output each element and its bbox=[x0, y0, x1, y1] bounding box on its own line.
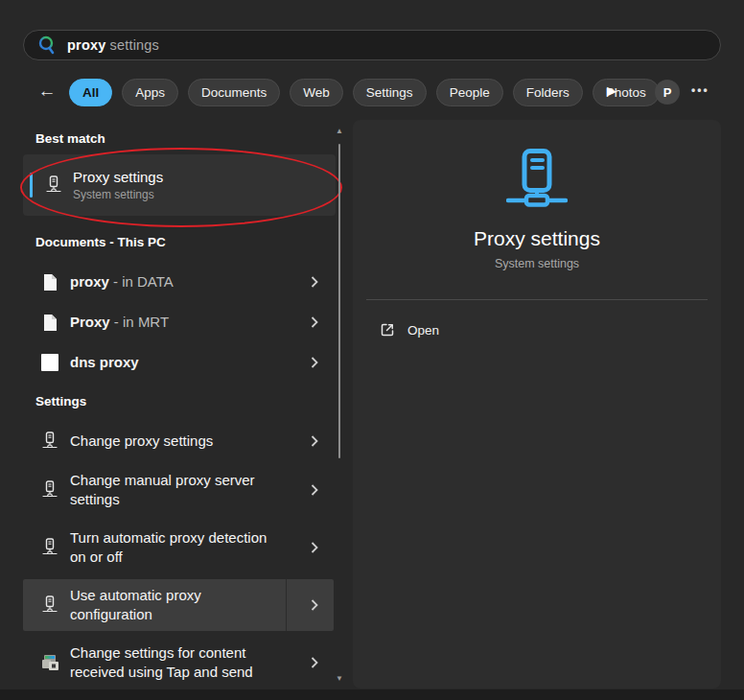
tab-web[interactable]: Web bbox=[290, 79, 343, 106]
preview-subtitle: System settings bbox=[353, 257, 721, 270]
window-bottom-edge bbox=[0, 689, 744, 700]
filter-tabs: All Apps Documents Web Settings People F… bbox=[69, 79, 660, 106]
avatar[interactable]: P bbox=[655, 80, 680, 105]
tab-documents[interactable]: Documents bbox=[188, 79, 280, 106]
tab-folders[interactable]: Folders bbox=[513, 79, 583, 106]
proxy-icon bbox=[40, 595, 59, 615]
tap-send-icon bbox=[40, 654, 59, 671]
selection-accent-bar bbox=[30, 173, 33, 198]
search-flyout-window: proxysettings ← All Apps Documents Web S… bbox=[0, 0, 744, 689]
result-change-manual-proxy[interactable]: Change manual proxy server settings bbox=[23, 464, 334, 516]
tab-photos[interactable]: Photos bbox=[593, 79, 660, 106]
proxy-icon bbox=[40, 432, 59, 451]
scroll-up-icon[interactable]: ▲ bbox=[336, 127, 343, 135]
tab-people[interactable]: People bbox=[436, 79, 503, 106]
result-use-auto-proxy-config[interactable]: Use automatic proxy configuration bbox=[23, 579, 334, 631]
chevron-right-icon[interactable] bbox=[311, 598, 318, 612]
white-file-icon bbox=[40, 353, 59, 372]
results-scrollbar[interactable]: ▲ ▼ bbox=[334, 125, 347, 687]
divider bbox=[366, 299, 708, 300]
open-action[interactable]: Open bbox=[353, 314, 721, 346]
tab-all[interactable]: All bbox=[69, 79, 112, 106]
search-input[interactable]: proxysettings bbox=[23, 30, 721, 60]
scroll-down-icon[interactable]: ▼ bbox=[336, 674, 343, 683]
tab-apps[interactable]: Apps bbox=[122, 79, 178, 106]
best-match-result[interactable]: Proxy settings System settings bbox=[23, 154, 336, 216]
tab-settings[interactable]: Settings bbox=[353, 79, 427, 106]
documents-header: Documents - This PC bbox=[35, 235, 166, 249]
back-arrow-icon[interactable]: ← bbox=[35, 79, 59, 104]
chevron-right-icon[interactable] bbox=[311, 356, 318, 369]
open-label: Open bbox=[407, 323, 439, 338]
open-external-icon bbox=[380, 322, 395, 338]
best-match-title: Proxy settings bbox=[73, 169, 163, 185]
preview-panel: Proxy settings System settings Open bbox=[353, 120, 721, 688]
chevron-right-icon[interactable] bbox=[311, 541, 318, 554]
proxy-server-icon bbox=[506, 149, 568, 208]
proxy-icon bbox=[40, 480, 59, 500]
more-options-icon[interactable]: ••• bbox=[691, 83, 709, 97]
proxy-icon bbox=[40, 538, 59, 557]
result-tap-and-send[interactable]: Change settings for content received usi… bbox=[23, 637, 334, 688]
scrollbar-thumb[interactable] bbox=[338, 144, 340, 458]
search-icon bbox=[37, 35, 56, 56]
proxy-icon bbox=[46, 175, 61, 195]
best-match-subtitle: System settings bbox=[73, 188, 163, 201]
result-proxy-in-data[interactable]: proxy - in DATA bbox=[23, 263, 334, 301]
search-query: proxysettings bbox=[67, 37, 159, 53]
chevron-right-icon[interactable] bbox=[311, 656, 318, 669]
preview-title: Proxy settings bbox=[353, 227, 721, 250]
chevron-right-icon[interactable] bbox=[311, 483, 318, 497]
result-turn-auto-proxy-detection[interactable]: Turn automatic proxy detection on or off bbox=[23, 522, 334, 573]
result-proxy-in-mrt[interactable]: Proxy - in MRT bbox=[23, 303, 334, 341]
chevron-right-icon[interactable] bbox=[311, 315, 318, 329]
settings-header: Settings bbox=[35, 394, 86, 408]
chevron-right-icon[interactable] bbox=[311, 275, 318, 289]
document-icon bbox=[40, 314, 59, 332]
document-icon bbox=[40, 273, 59, 292]
more-tabs-icon[interactable]: ▶ bbox=[607, 83, 616, 98]
chevron-right-icon[interactable] bbox=[311, 434, 318, 448]
best-match-header: Best match bbox=[35, 131, 105, 146]
result-change-proxy-settings[interactable]: Change proxy settings bbox=[23, 422, 334, 460]
result-dns-proxy[interactable]: dns proxy bbox=[23, 343, 334, 382]
